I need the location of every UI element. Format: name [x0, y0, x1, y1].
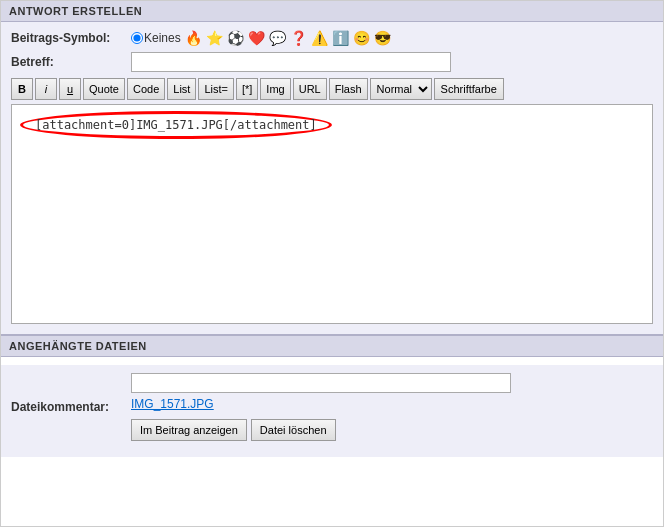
list-button[interactable]: List	[167, 78, 196, 100]
emoji-heart-icon[interactable]: ❤️	[248, 30, 265, 46]
url-button[interactable]: URL	[293, 78, 327, 100]
dateikommentar-input[interactable]	[131, 373, 511, 393]
emoji-chat-icon[interactable]: 💬	[269, 30, 286, 46]
antwort-section-header: ANTWORT ERSTELLEN	[1, 1, 663, 22]
img-button[interactable]: Img	[260, 78, 290, 100]
radio-keines-label: Keines	[144, 31, 181, 45]
beitrags-row: Beitrags-Symbol: Keines 🔥 ⭐ ⚽ ❤️ 💬 ❓ ⚠️ …	[11, 30, 653, 46]
schriftfarbe-button[interactable]: Schriftfarbe	[434, 78, 504, 100]
emoji-info-icon[interactable]: ℹ️	[332, 30, 349, 46]
italic-button[interactable]: i	[35, 78, 57, 100]
emoji-warning-icon[interactable]: ⚠️	[311, 30, 328, 46]
radio-group: Keines 🔥 ⭐ ⚽ ❤️ 💬 ❓ ⚠️ ℹ️ 😊 😎	[131, 30, 391, 46]
emoji-star-icon[interactable]: ⭐	[206, 30, 223, 46]
flash-button[interactable]: Flash	[329, 78, 368, 100]
quote-button[interactable]: Quote	[83, 78, 125, 100]
betreff-label: Betreff:	[11, 55, 131, 69]
beitrags-label: Beitrags-Symbol:	[11, 31, 131, 45]
attachment-tag: [attachment=0]IMG_1571.JPG[/attachment]	[20, 111, 332, 139]
file-actions: Im Beitrag anzeigen Datei löschen	[131, 419, 511, 441]
emoji-cool-icon[interactable]: 😎	[374, 30, 391, 46]
list-eq-button[interactable]: List=	[198, 78, 234, 100]
editor-area[interactable]: [attachment=0]IMG_1571.JPG[/attachment]	[11, 104, 653, 324]
betreff-input[interactable]	[131, 52, 451, 72]
editor-toolbar: B i u Quote Code List List= [*] Img URL …	[11, 78, 653, 100]
delete-file-button[interactable]: Datei löschen	[251, 419, 336, 441]
show-in-post-button[interactable]: Im Beitrag anzeigen	[131, 419, 247, 441]
radio-keines-input[interactable]	[131, 32, 143, 44]
files-section-header: ANGEHÄNGTE DATEIEN	[1, 336, 663, 357]
betreff-row: Betreff:	[11, 52, 653, 72]
underline-button[interactable]: u	[59, 78, 81, 100]
list-item-button[interactable]: [*]	[236, 78, 258, 100]
files-section: Dateikommentar: IMG_1571.JPG Im Beitrag …	[1, 365, 663, 457]
code-button[interactable]: Code	[127, 78, 165, 100]
antwort-form-section: Beitrags-Symbol: Keines 🔥 ⭐ ⚽ ❤️ 💬 ❓ ⚠️ …	[1, 22, 663, 336]
page-wrapper: ANTWORT ERSTELLEN Beitrags-Symbol: Keine…	[0, 0, 664, 527]
radio-keines[interactable]: Keines	[131, 31, 181, 45]
emoji-ball-icon[interactable]: ⚽	[227, 30, 244, 46]
file-link[interactable]: IMG_1571.JPG	[131, 397, 214, 411]
dateikommentar-label: Dateikommentar:	[11, 400, 131, 414]
dateikommentar-row: Dateikommentar: IMG_1571.JPG Im Beitrag …	[11, 373, 653, 441]
emoji-question-icon[interactable]: ❓	[290, 30, 307, 46]
emoji-smile-icon[interactable]: 😊	[353, 30, 370, 46]
emoji-fire-icon[interactable]: 🔥	[185, 30, 202, 46]
bold-button[interactable]: B	[11, 78, 33, 100]
font-size-select[interactable]: Normal Tiny Small Large Huge	[370, 78, 432, 100]
